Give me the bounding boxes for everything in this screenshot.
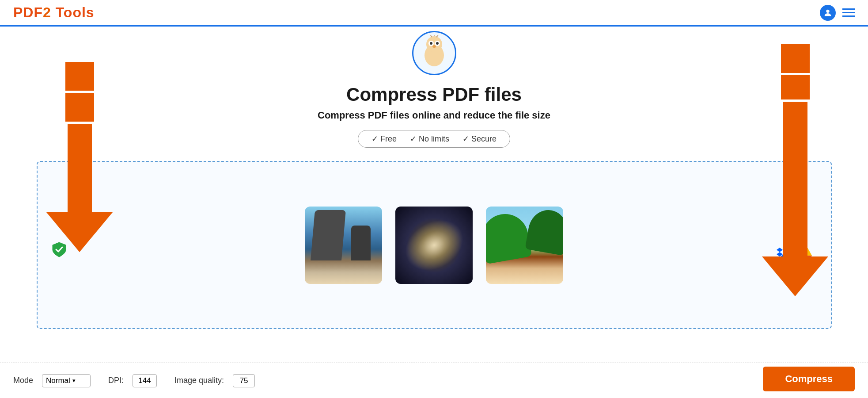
thumbnail-tropical	[486, 207, 563, 284]
left-arrow-head	[46, 212, 113, 252]
feature-nolimits: ✓ No limits	[410, 134, 449, 144]
page-title: Compress PDF files	[346, 84, 522, 105]
page-subtitle: Compress PDF files online and reduce the…	[318, 110, 550, 121]
left-arrow	[46, 62, 113, 252]
right-arrow-square2	[781, 75, 810, 100]
check-nolimits: ✓ No limits	[410, 134, 449, 144]
mascot-container	[0, 27, 868, 71]
thumbnail-ocean	[305, 207, 382, 284]
svg-line-8	[430, 35, 432, 37]
logo: PDF2 Tools	[13, 4, 95, 21]
main-content: Compress PDF files Compress PDF files on…	[0, 71, 868, 329]
menu-icon[interactable]	[842, 8, 855, 17]
features-badge: ✓ Free ✓ No limits ✓ Secure	[358, 130, 510, 148]
header: PDF2 Tools	[0, 0, 868, 27]
quality-input[interactable]: 75	[233, 374, 255, 387]
mode-value: Normal	[46, 376, 70, 385]
feature-secure: ✓ Secure	[462, 134, 497, 144]
right-arrow	[762, 44, 828, 296]
drop-zone[interactable]	[37, 161, 832, 329]
user-icon[interactable]	[820, 5, 836, 21]
left-arrow-shaft	[68, 124, 92, 212]
bottom-bar: Mode Normal ▾ DPI: 144 Image quality: 75…	[0, 363, 868, 398]
svg-point-7	[432, 45, 436, 48]
compress-button[interactable]: Compress	[763, 367, 855, 391]
mode-select[interactable]: Normal ▾	[42, 374, 91, 387]
svg-point-0	[826, 9, 829, 12]
svg-point-5	[430, 42, 432, 45]
dpi-input[interactable]: 144	[133, 374, 157, 387]
left-arrow-square2	[65, 93, 94, 122]
dpi-label: DPI:	[108, 376, 124, 385]
right-arrow-head	[762, 256, 828, 296]
feature-free: ✓ Free	[371, 134, 397, 144]
thumbnails-row	[305, 207, 563, 284]
check-free: ✓ Free	[371, 134, 397, 144]
quality-label: Image quality:	[174, 376, 224, 385]
header-right	[820, 5, 855, 21]
svg-point-6	[436, 42, 439, 45]
right-arrow-shaft	[783, 102, 807, 256]
check-secure: ✓ Secure	[462, 134, 497, 144]
logo-suffix: Tools	[51, 4, 95, 20]
mascot	[412, 31, 456, 75]
mode-label: Mode	[13, 376, 33, 385]
mode-chevron-icon: ▾	[72, 377, 76, 384]
logo-text: PDF	[13, 4, 43, 20]
svg-line-10	[436, 35, 439, 37]
logo-accent: 2	[43, 4, 51, 20]
thumbnail-galaxy	[395, 207, 473, 284]
